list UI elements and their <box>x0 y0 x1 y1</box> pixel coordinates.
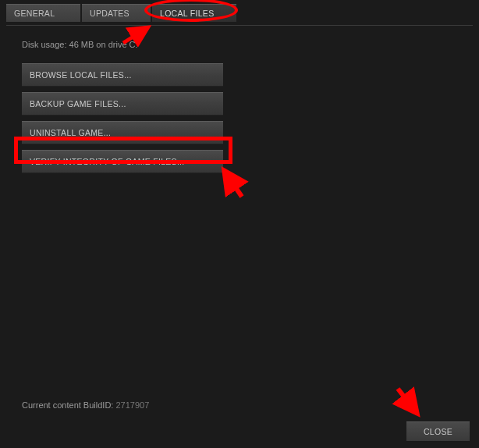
build-id-text: Current content BuildID: 2717907 <box>22 400 149 410</box>
content-area: Disk usage: 46 MB on drive C: BROWSE LOC… <box>0 26 479 414</box>
tab-local-files[interactable]: LOCAL FILES <box>152 4 236 22</box>
tab-bar: GENERAL UPDATES LOCAL FILES <box>0 0 479 22</box>
verify-integrity-button[interactable]: VERIFY INTEGRITY OF GAME FILES... <box>22 150 223 173</box>
footer: CLOSE <box>406 421 470 442</box>
build-id-label: Current content BuildID: <box>22 400 113 410</box>
tab-general[interactable]: GENERAL <box>6 4 80 22</box>
backup-game-files-button[interactable]: BACKUP GAME FILES... <box>22 92 223 116</box>
tab-updates[interactable]: UPDATES <box>82 4 151 22</box>
build-id-value: 2717907 <box>113 400 149 410</box>
uninstall-game-button[interactable]: UNINSTALL GAME... <box>22 121 223 144</box>
disk-usage-label: Disk usage: 46 MB on drive C: <box>22 40 463 49</box>
browse-local-files-button[interactable]: BROWSE LOCAL FILES... <box>22 63 223 87</box>
close-button[interactable]: CLOSE <box>406 421 470 442</box>
